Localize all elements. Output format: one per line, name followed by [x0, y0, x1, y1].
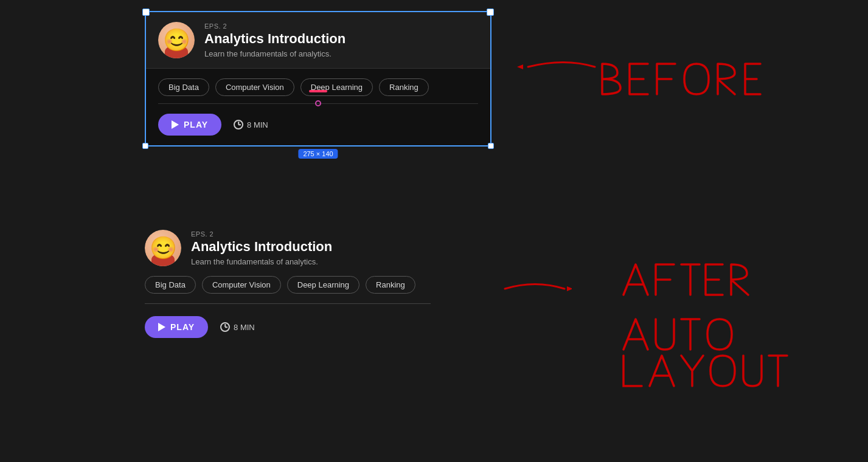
after-card-title: Analytics Introduction: [191, 239, 431, 255]
tag-deep-learning: Deep Learning: [300, 78, 373, 96]
tag-big-data: Big Data: [158, 78, 209, 96]
after-avatar: [145, 230, 181, 266]
selection-handle-bl: [142, 143, 148, 149]
after-tag-deep-learning: Deep Learning: [287, 276, 359, 294]
after-duration: 8 MIN: [220, 322, 255, 332]
after-tag-ranking: Ranking: [366, 276, 415, 294]
play-button[interactable]: PLAY: [158, 114, 221, 136]
play-label: PLAY: [184, 120, 208, 129]
after-tag-computer-vision: Computer Vision: [202, 276, 281, 294]
after-card-header: EPS. 2 Analytics Introduction Learn the …: [145, 230, 431, 276]
after-play-icon: [158, 323, 165, 331]
after-annotation-text: [620, 255, 809, 359]
clock-icon: [234, 120, 243, 129]
size-badge: 275 × 140: [298, 149, 338, 159]
play-icon: [172, 120, 179, 129]
after-card-bottom: PLAY 8 MIN: [145, 316, 431, 338]
after-card-divider: [145, 303, 431, 304]
after-card-info: EPS. 2 Analytics Introduction Learn the …: [191, 230, 431, 266]
card-title: Analytics Introduction: [204, 31, 478, 47]
before-annotation-text: [596, 55, 766, 103]
tag-ranking: Ranking: [379, 78, 429, 96]
avatar-image: [158, 22, 195, 58]
before-arrow: [516, 52, 601, 82]
svg-marker-0: [517, 64, 523, 69]
card-info: EPS. 2 Analytics Introduction Learn the …: [204, 22, 478, 58]
after-tags-row: Big Data Computer Vision Deep Learning R…: [145, 276, 431, 294]
after-card-description: Learn the fundamentals of analytics.: [191, 257, 431, 266]
after-play-button[interactable]: PLAY: [145, 316, 208, 338]
duration-text: 8 MIN: [247, 120, 268, 129]
card-description: Learn the fundamentals of analytics.: [204, 49, 478, 58]
layout-annotation-text: [620, 346, 791, 395]
svg-marker-1: [567, 286, 572, 291]
dot-marker-top: [315, 100, 321, 106]
tags-row: Big Data Computer Vision Deep Learning R…: [158, 78, 478, 96]
after-episode-label: EPS. 2: [191, 230, 431, 238]
after-arrow: [499, 274, 572, 304]
after-clock-icon: [220, 322, 230, 332]
after-avatar-image: [145, 230, 181, 266]
card-bottom: PLAY 8 MIN: [146, 104, 490, 145]
after-card: EPS. 2 Analytics Introduction Learn the …: [145, 230, 431, 338]
avatar: [158, 22, 195, 58]
after-duration-text: 8 MIN: [234, 323, 255, 332]
episode-label: EPS. 2: [204, 22, 478, 30]
tags-section: Big Data Computer Vision Deep Learning R…: [146, 68, 490, 103]
selection-handle-br: [488, 143, 494, 149]
resize-handle: [309, 90, 327, 92]
tag-computer-vision: Computer Vision: [215, 78, 294, 96]
duration: 8 MIN: [234, 120, 268, 129]
after-play-label: PLAY: [170, 322, 195, 332]
before-card: EPS. 2 Analytics Introduction Learn the …: [145, 11, 491, 147]
after-tag-big-data: Big Data: [145, 276, 196, 294]
card-header: EPS. 2 Analytics Introduction Learn the …: [146, 12, 490, 68]
